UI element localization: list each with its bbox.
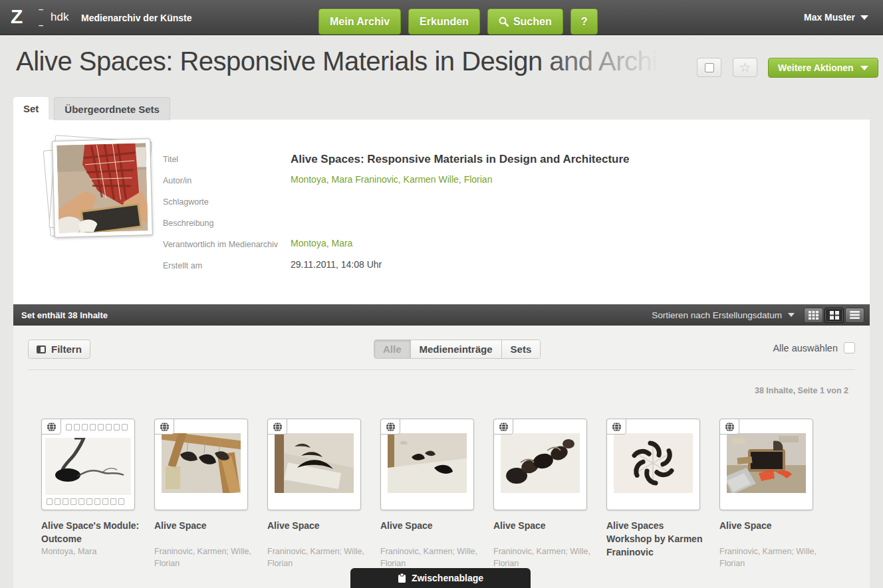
metadata-row: Autor/inMontoya, Mara Franinovic, Karmen…	[163, 174, 828, 188]
permission-badge[interactable]	[606, 419, 626, 435]
result-thumbnail[interactable]	[719, 419, 813, 510]
globe-icon	[273, 422, 283, 432]
metadata-row: TitelAlive Spaces: Responsive Materials …	[163, 153, 828, 167]
metadata-row: Beschreibung	[163, 217, 828, 231]
select-all-control: Alle auswählen	[773, 342, 855, 353]
result-title[interactable]: Alive Space	[267, 519, 368, 545]
select-all-label: Alle auswählen	[773, 343, 838, 353]
permission-badge[interactable]	[154, 419, 174, 435]
select-set-button[interactable]	[697, 58, 721, 77]
nav-button-label: ?	[581, 16, 588, 28]
tab-übergeordnete-sets[interactable]: Übergeordnete Sets	[54, 97, 170, 120]
thumbnail-image-cluster	[501, 433, 580, 493]
metadata-value[interactable]: Montoya, Mara Franinovic, Karmen Wille, …	[291, 174, 492, 188]
filmstrip-perforations	[47, 498, 124, 505]
star-icon: ☆	[739, 61, 751, 74]
permission-badge[interactable]	[267, 419, 287, 435]
result-title[interactable]: Alive Space	[719, 519, 820, 545]
user-menu[interactable]: Max Muster	[804, 12, 868, 23]
results-count: 38 Inhalte, Seite 1 von 2	[755, 386, 848, 395]
result-card: Alive SpaceFraninovic, Karmen; Wille, Fl…	[380, 419, 481, 569]
filmstrip-perforations	[66, 424, 128, 431]
result-card: Alive Spaces Workshop by Karmen Franinov…	[606, 419, 707, 559]
view-toggle-grid-small-icon[interactable]	[804, 308, 823, 323]
chevron-down-icon	[860, 66, 868, 70]
segment-medieneinträge[interactable]: Medieneinträge	[411, 340, 502, 358]
permission-badge[interactable]	[380, 419, 400, 435]
result-title[interactable]: Alive Space	[493, 519, 594, 545]
result-card: Alive SpaceFraninovic, Karmen; Wille, Fl…	[493, 419, 594, 569]
set-contents-count: Set enthält 38 Inhalte	[21, 310, 108, 320]
filter-icon	[37, 345, 46, 353]
divider	[28, 369, 855, 370]
main-nav: Mein ArchivErkundenSuchen?	[318, 9, 598, 35]
result-title[interactable]: Alive Space	[154, 519, 255, 545]
set-cover-stack[interactable]	[45, 136, 152, 242]
result-thumbnail[interactable]	[606, 419, 700, 510]
result-author: Franinovic, Karmen; Wille, Florian	[267, 545, 368, 569]
permission-badge[interactable]	[41, 419, 61, 435]
permission-badge[interactable]	[493, 419, 513, 435]
nav-button-mein-archiv[interactable]: Mein Archiv	[318, 9, 401, 35]
result-author: Franinovic, Karmen; Wille, Florian	[154, 545, 255, 569]
permission-badge[interactable]	[719, 419, 739, 435]
top-navbar: Z –– hdk Medienarchiv der Künste Mein Ar…	[0, 0, 883, 35]
result-author: Franinovic, Karmen; Wille, Florian	[493, 545, 594, 569]
clipboard-bar[interactable]: Zwischenablage	[350, 568, 531, 588]
result-author: Montoya, Mara	[41, 545, 142, 557]
select-all-checkbox[interactable]	[844, 342, 855, 353]
nav-button-erkunden[interactable]: Erkunden	[408, 9, 480, 35]
sort-label: Sortieren nach Erstellungsdatum	[652, 310, 782, 320]
tab-set[interactable]: Set	[13, 97, 49, 120]
metadata-label: Autor/in	[163, 174, 291, 188]
chevron-down-icon	[860, 15, 868, 20]
result-title[interactable]: Alive Spaces Workshop by Karmen Franinov…	[606, 519, 707, 559]
segment-alle[interactable]: Alle	[374, 340, 411, 358]
result-thumbnail-set[interactable]	[41, 419, 135, 510]
result-title[interactable]: Alive Space's Module: Outcome	[41, 519, 142, 545]
set-contents-bar: Set enthält 38 Inhalte Sortieren nach Er…	[13, 304, 870, 326]
tab-bar: SetÜbergeordnete Sets	[13, 97, 170, 120]
result-card: Alive Space's Module: OutcomeMontoya, Ma…	[41, 419, 142, 557]
thumbnail-image-beams	[162, 433, 241, 493]
thumbnail-image-arc	[275, 433, 354, 493]
globe-icon	[725, 422, 735, 432]
zhdk-logo-sub: hdk	[51, 11, 68, 24]
results-grid: Alive Space's Module: OutcomeMontoya, Ma…	[41, 419, 852, 588]
nav-button-suchen[interactable]: Suchen	[487, 9, 563, 35]
nav-button-label: Mein Archiv	[330, 16, 390, 28]
segment-sets[interactable]: Sets	[502, 340, 541, 358]
zhdk-logo-dashes: ––	[39, 1, 43, 33]
more-actions-label: Weitere Aktionen	[778, 62, 854, 73]
result-thumbnail[interactable]	[267, 419, 361, 510]
search-icon	[499, 17, 509, 27]
thumbnail-image-star	[614, 433, 693, 493]
result-card: Alive SpaceFraninovic, Karmen; Wille, Fl…	[267, 419, 368, 569]
set-detail-panel: TitelAlive Spaces: Responsive Materials …	[13, 120, 870, 304]
app-title: Medienarchiv der Künste	[81, 13, 192, 23]
sort-dropdown[interactable]: Sortieren nach Erstellungsdatum	[652, 310, 795, 320]
page-title: Alive Spaces: Responsive Materials in De…	[16, 47, 689, 76]
favorite-button[interactable]: ☆	[733, 58, 757, 77]
view-toggle-list-icon[interactable]	[845, 308, 864, 323]
nav-button-?[interactable]: ?	[570, 9, 598, 35]
filter-label: Filtern	[51, 343, 82, 355]
user-name: Max Muster	[804, 12, 855, 23]
metadata-label: Erstellt am	[163, 259, 291, 273]
result-author: Franinovic, Karmen; Wille, Florian	[719, 545, 820, 569]
more-actions-button[interactable]: Weitere Aktionen	[768, 58, 878, 78]
metadata-value: Alive Spaces: Responsive Materials in De…	[291, 153, 630, 167]
globe-icon	[612, 422, 622, 432]
result-card: Alive SpaceFraninovic, Karmen; Wille, Fl…	[154, 419, 255, 569]
page-title-wrap: Alive Spaces: Responsive Materials in De…	[16, 47, 689, 84]
result-thumbnail[interactable]	[154, 419, 248, 510]
zhdk-logo[interactable]: Z	[11, 5, 23, 28]
type-filter-segments: AlleMedieneinträgeSets	[374, 340, 541, 359]
metadata-value[interactable]: Montoya, Mara	[291, 238, 352, 252]
result-card: Alive SpaceFraninovic, Karmen; Wille, Fl…	[719, 419, 820, 569]
filter-button[interactable]: Filtern	[28, 340, 90, 359]
result-thumbnail[interactable]	[493, 419, 587, 510]
result-thumbnail[interactable]	[380, 419, 474, 510]
view-toggle-grid-medium-icon[interactable]	[824, 308, 844, 323]
result-title[interactable]: Alive Space	[380, 519, 481, 545]
